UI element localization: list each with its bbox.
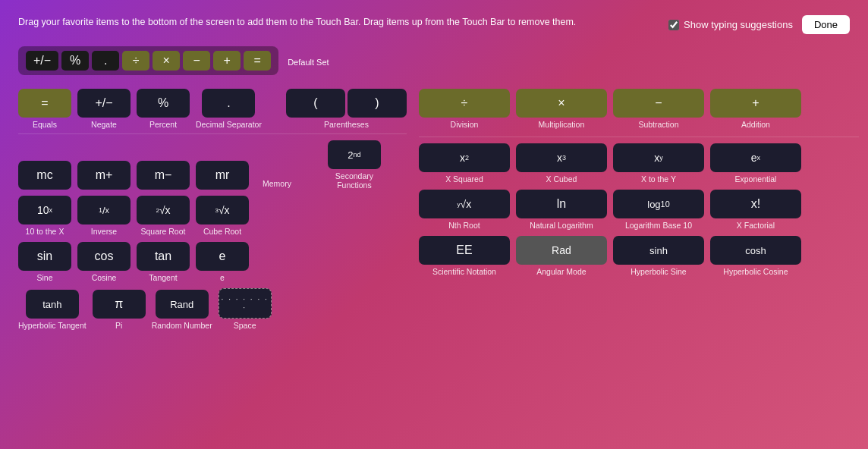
nthroot-label: Nth Root [448, 221, 480, 230]
space-group: · · · · · · · · Space [219, 288, 272, 330]
tenx-btn[interactable]: 10x [18, 196, 71, 224]
sinh-btn[interactable]: sinh [613, 236, 704, 265]
xcubed-label: X Cubed [546, 174, 577, 184]
multiplication-group: × Multiplication [516, 89, 607, 129]
open-paren-btn[interactable]: ( [286, 89, 345, 118]
e-label: e [220, 273, 225, 282]
default-set-section: +/− % . ÷ × − + = Default Set [18, 46, 850, 78]
ds-multiply[interactable]: × [153, 51, 180, 71]
pi-group: π Pi [93, 290, 146, 330]
top-right-row: ÷ Division × Multiplication − Subtractio… [419, 89, 859, 129]
negate-btn[interactable]: +/− [77, 89, 131, 118]
decimal-btn[interactable]: . [202, 89, 255, 118]
subtraction-btn[interactable]: − [613, 89, 704, 118]
xsquared-btn[interactable]: x2 [419, 143, 510, 172]
addition-group: + Addition [710, 89, 801, 129]
row2: mc m+ m− mr Memory 2nd SecondaryFunction… [18, 140, 407, 190]
cos-group: cos Cosine [77, 242, 131, 282]
mminus-group: m− [137, 161, 190, 190]
negate-label: Negate [91, 120, 117, 129]
ds-decimal[interactable]: . [92, 51, 119, 71]
equals-btn[interactable]: = [18, 89, 71, 118]
rad-btn[interactable]: Rad [516, 236, 607, 265]
rand-btn[interactable]: Rand [156, 290, 209, 319]
cosh-btn[interactable]: cosh [710, 236, 801, 265]
done-button[interactable]: Done [802, 15, 850, 34]
xtoy-group: xy X to the Y [613, 143, 704, 184]
division-btn[interactable]: ÷ [419, 89, 510, 118]
percent-btn[interactable]: % [137, 89, 190, 118]
ee-btn[interactable]: EE [419, 236, 510, 265]
sinh-label: Hyperbolic Sine [631, 267, 687, 276]
xcubed-group: x3 X Cubed [516, 143, 607, 184]
mminus-btn[interactable]: m− [137, 161, 190, 190]
exp-group: ex Exponential [710, 143, 801, 184]
rad-label: Angular Mode [536, 267, 586, 276]
equals-group: = Equals [18, 89, 71, 129]
sqroot-label: Square Root [141, 227, 186, 236]
mplus-btn[interactable]: m+ [77, 161, 131, 190]
secondary-label: SecondaryFunctions [335, 171, 373, 190]
tanh-group: tanh Hyperbolic Tangent [18, 290, 86, 330]
row5: tanh Hyperbolic Tangent π Pi Rand Random… [18, 288, 407, 330]
decimal-group: . Decimal Separator [196, 89, 262, 129]
xtoy-label: X to the Y [641, 174, 676, 184]
exp-btn[interactable]: ex [710, 143, 801, 172]
ds-equals[interactable]: = [244, 51, 271, 71]
space-btn[interactable]: · · · · · · · · [219, 288, 272, 319]
secondary-btn[interactable]: 2nd [328, 140, 381, 169]
log10-btn[interactable]: log10 [613, 190, 704, 218]
show-typing-checkbox[interactable] [668, 20, 679, 30]
sqroot-btn[interactable]: 2√x [137, 196, 190, 224]
xsquared-group: x2 X Squared [419, 143, 510, 184]
tan-group: tan Tangent [137, 242, 190, 282]
right-panel: ÷ Division × Multiplication − Subtractio… [419, 89, 859, 334]
close-paren-btn[interactable]: ) [348, 89, 407, 118]
multiplication-btn[interactable]: × [516, 89, 607, 118]
mc-btn[interactable]: mc [18, 161, 71, 190]
pi-btn[interactable]: π [93, 290, 146, 319]
show-typing-label[interactable]: Show typing suggestions [668, 19, 793, 30]
addition-btn[interactable]: + [710, 89, 801, 118]
ln-label: Natural Logarithm [530, 221, 593, 230]
e-btn[interactable]: e [196, 242, 249, 271]
secondary-group: 2nd SecondaryFunctions [328, 140, 381, 190]
row4: sin Sine cos Cosine tan Tangent e e [18, 242, 407, 282]
ds-divide[interactable]: ÷ [122, 51, 149, 71]
main-content: = Equals +/− Negate % Percent . Decimal … [18, 89, 850, 334]
xfact-group: x! X Factorial [710, 190, 801, 230]
cos-btn[interactable]: cos [77, 242, 131, 271]
xfact-btn[interactable]: x! [710, 190, 801, 218]
nthroot-btn[interactable]: y√x [419, 190, 510, 218]
subtraction-label: Subtraction [638, 120, 678, 129]
mr-btn[interactable]: mr [196, 161, 249, 190]
tanh-btn[interactable]: tanh [26, 290, 79, 319]
tan-btn[interactable]: tan [137, 242, 190, 271]
top-bar: Drag your favorite items to the bottom o… [18, 15, 850, 34]
rad-group: Rad Angular Mode [516, 236, 607, 276]
subtraction-group: − Subtraction [613, 89, 704, 129]
ds-percent[interactable]: % [61, 51, 89, 71]
percent-group: % Percent [137, 89, 190, 129]
sin-btn[interactable]: sin [18, 242, 71, 271]
negate-group: +/− Negate [77, 89, 131, 129]
xtoy-btn[interactable]: xy [613, 143, 704, 172]
xcubed-btn[interactable]: x3 [516, 143, 607, 172]
e-group: e e [196, 242, 249, 282]
sin-label: Sine [36, 273, 52, 282]
right-row4: EE Scientific Notation Rad Angular Mode … [419, 236, 859, 276]
ds-negate[interactable]: +/− [26, 51, 58, 71]
inverse-group: 1/x Inverse [77, 196, 131, 236]
memory-label: Memory [263, 179, 291, 190]
ds-subtract[interactable]: − [183, 51, 210, 71]
default-set-label: Default Set [288, 58, 329, 67]
ds-add[interactable]: + [213, 51, 241, 71]
tenx-label: 10 to the X [26, 227, 64, 236]
row3: 10x 10 to the X 1/x Inverse 2√x Square R… [18, 196, 407, 236]
division-group: ÷ Division [419, 89, 510, 129]
right-row3: y√x Nth Root ln Natural Logarithm log10 … [419, 190, 859, 230]
cuberoot-btn[interactable]: 3√x [196, 196, 249, 224]
inverse-btn[interactable]: 1/x [77, 196, 131, 224]
inverse-label: Inverse [91, 227, 117, 236]
ln-btn[interactable]: ln [516, 190, 607, 218]
